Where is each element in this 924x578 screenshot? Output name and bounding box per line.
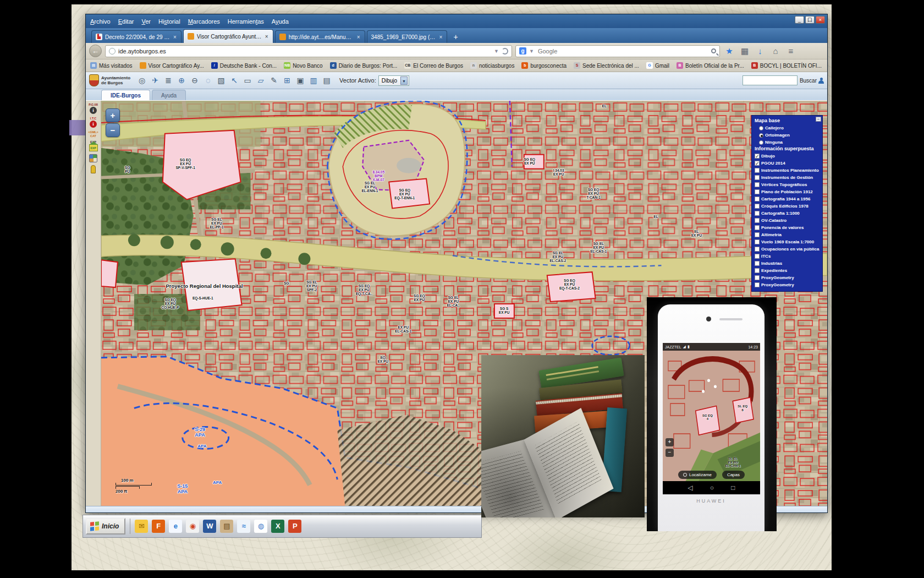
base-option-ortoimagen[interactable]: Ortoimagen bbox=[755, 132, 821, 139]
overlay-11-ponencia-de-valores[interactable]: Ponencia de valores bbox=[755, 224, 821, 231]
checkbox-icon[interactable] bbox=[755, 204, 760, 209]
base-option-callejero[interactable]: Callejero bbox=[755, 124, 821, 132]
menu-archivo[interactable]: Archivo bbox=[90, 18, 111, 25]
bookmark-star-icon[interactable]: ★ bbox=[723, 46, 735, 56]
menu-ver[interactable]: Ver bbox=[141, 18, 151, 25]
close-button[interactable]: × bbox=[816, 16, 825, 24]
menu-ayuda[interactable]: Ayuda bbox=[272, 18, 289, 25]
base-option-ninguna[interactable]: Ninguna bbox=[755, 139, 821, 146]
sidebar-item-gml-cat[interactable]: <GML>CAT bbox=[88, 130, 98, 138]
organizer-icon[interactable]: ▤ bbox=[220, 520, 233, 533]
radio-icon[interactable] bbox=[759, 140, 763, 145]
pan-icon[interactable]: ✈ bbox=[149, 74, 161, 86]
sidebar-item-itc-info[interactable]: I.T.Ci bbox=[90, 117, 97, 128]
menu-historial[interactable]: Historial bbox=[158, 18, 180, 25]
checkbox-icon[interactable] bbox=[755, 218, 760, 223]
minimize-button[interactable]: _ bbox=[795, 16, 804, 24]
measure-area-icon[interactable]: ▱ bbox=[255, 74, 267, 86]
menu-marcadores[interactable]: Marcadores bbox=[188, 18, 220, 25]
waves-icon[interactable]: ≈ bbox=[237, 520, 250, 533]
phone-zoom-out-button[interactable]: − bbox=[666, 449, 674, 457]
android-recent-icon[interactable]: □ bbox=[731, 484, 735, 492]
overlay-2-pgou-2014[interactable]: ✓PGOU 2014 bbox=[755, 160, 821, 167]
browser-tab-2[interactable]: Visor Cartográfico Ayuntamie...× bbox=[183, 29, 273, 43]
buscar-button[interactable]: Buscar bbox=[800, 78, 824, 84]
menu-herramientas[interactable]: Herramientas bbox=[228, 18, 264, 25]
select-area-icon[interactable]: ▧ bbox=[215, 74, 227, 86]
browser-tab-4[interactable]: 3485_1969_E7000.jpg (Imagen J...× bbox=[367, 30, 448, 43]
radio-icon[interactable] bbox=[759, 133, 763, 138]
android-home-icon[interactable]: ○ bbox=[710, 484, 714, 492]
bookmark-item-6[interactable]: CBEl Correo de Burgos bbox=[404, 62, 463, 69]
url-text[interactable]: ide.aytoburgos.es bbox=[118, 48, 491, 54]
overlay-9-cartograf-a-1-1000[interactable]: Cartografía 1:1000 bbox=[755, 210, 821, 217]
checkbox-icon[interactable] bbox=[755, 254, 760, 259]
start-button[interactable]: Inicio bbox=[86, 518, 125, 535]
bookmark-item-5[interactable]: dDiario de Burgos: Port... bbox=[330, 62, 398, 69]
gis-search-input[interactable] bbox=[743, 75, 798, 85]
overlay-5-v-rtices-topogr-ficos[interactable]: Vértices Topográficos bbox=[755, 181, 821, 188]
layers-icon[interactable]: ≣ bbox=[162, 74, 174, 86]
menu-hamburger-icon[interactable]: ≡ bbox=[785, 46, 797, 56]
maximize-button[interactable]: 口 bbox=[805, 16, 815, 24]
overlay-15-itcs[interactable]: ITCs bbox=[755, 253, 821, 260]
word-icon[interactable]: W bbox=[203, 520, 216, 533]
localizame-button[interactable]: Localízame bbox=[678, 471, 717, 479]
grid-icon[interactable]: ⊞ bbox=[281, 74, 293, 86]
checkbox-icon[interactable]: ✓ bbox=[755, 154, 760, 159]
zoom-out-button[interactable]: − bbox=[106, 123, 120, 137]
panel-minimize-button[interactable]: − bbox=[816, 117, 821, 122]
chevron-down-icon[interactable]: ▼ bbox=[400, 77, 408, 85]
overlay-17-expedientes[interactable]: Expedientes bbox=[755, 267, 821, 274]
overlay-4-instrumentos-de-gesti-n[interactable]: Instrumentos de Gestión bbox=[755, 174, 821, 181]
checkbox-icon[interactable] bbox=[755, 261, 760, 266]
search-input[interactable] bbox=[537, 47, 708, 55]
checkbox-icon[interactable] bbox=[755, 182, 760, 187]
overlay-13-vuelo-1969-escala-1-7000[interactable]: Vuelo 1969 Escala 1:7000 bbox=[755, 238, 821, 246]
export-pdf-icon[interactable]: ▣ bbox=[294, 74, 306, 86]
tab-close-icon[interactable]: × bbox=[173, 34, 177, 40]
overlay-10-ov-catastro[interactable]: OV-Catastro bbox=[755, 217, 821, 224]
checkbox-icon[interactable] bbox=[755, 239, 760, 244]
capas-button[interactable]: Capas bbox=[722, 471, 745, 479]
sidebar-item-statue-icon[interactable] bbox=[91, 165, 96, 173]
overlay-16-industrias[interactable]: Industrias bbox=[755, 260, 821, 267]
overlay-18-proxygeometry[interactable]: ProxyGeometry bbox=[755, 274, 821, 281]
checkbox-icon[interactable] bbox=[755, 225, 760, 230]
export-image-icon[interactable]: ▥ bbox=[307, 74, 320, 86]
checkbox-icon[interactable] bbox=[755, 275, 760, 280]
sidebar-item-maps-icon[interactable] bbox=[89, 154, 97, 162]
downloads-icon[interactable]: ↓ bbox=[754, 46, 766, 56]
search-bar[interactable]: g ▼ bbox=[515, 45, 720, 57]
checkbox-icon[interactable]: ✓ bbox=[755, 161, 760, 166]
checkbox-icon[interactable] bbox=[755, 268, 760, 273]
checkbox-icon[interactable] bbox=[755, 247, 760, 252]
checkbox-icon[interactable] bbox=[755, 175, 760, 180]
android-back-icon[interactable]: ◁ bbox=[688, 484, 693, 492]
itc-info[interactable]: i bbox=[90, 121, 97, 128]
checkbox-icon[interactable] bbox=[755, 232, 760, 237]
tab-ide-burgos[interactable]: IDE-Burgos bbox=[101, 90, 150, 100]
bookmark-item-3[interactable]: /Deutsche Bank - Con... bbox=[211, 62, 277, 69]
zoom-box-icon[interactable]: ◌ bbox=[202, 74, 214, 86]
bookmark-item-1[interactable]: ▤Más visitados bbox=[90, 62, 133, 69]
zoom-out-icon[interactable]: ⊖ bbox=[189, 74, 201, 86]
bookmark-item-8[interactable]: bburgosconecta bbox=[521, 62, 566, 69]
engine-dropdown-icon[interactable]: ▼ bbox=[529, 48, 534, 54]
new-tab-button[interactable]: + bbox=[449, 32, 462, 43]
bookmark-item-10[interactable]: GGmail bbox=[646, 62, 669, 69]
bookmark-item-2[interactable]: Visor Cartográfico Ay... bbox=[140, 62, 204, 69]
bookmark-item-4[interactable]: NBNovo Banco bbox=[284, 62, 322, 69]
statue-icon[interactable] bbox=[91, 165, 96, 173]
vector-active-select[interactable]: Dibujo ▼ bbox=[378, 75, 409, 86]
tab-close-icon[interactable]: × bbox=[265, 34, 269, 40]
outlook-icon[interactable]: ✉ bbox=[135, 520, 148, 533]
google-engine-icon[interactable]: g bbox=[519, 47, 526, 54]
print-icon[interactable]: ▤ bbox=[321, 74, 333, 86]
excel-icon[interactable]: X bbox=[271, 520, 284, 533]
info-cursor-icon[interactable]: ↖ bbox=[228, 74, 240, 86]
pg08-info[interactable]: i bbox=[90, 107, 97, 114]
overlay-12-altimetr-a[interactable]: Altimetría bbox=[755, 231, 821, 238]
tab-close-icon[interactable]: × bbox=[356, 34, 361, 40]
overlay-3-instrumentos-planeamiento[interactable]: Instrumentos Planeamiento bbox=[755, 167, 821, 174]
